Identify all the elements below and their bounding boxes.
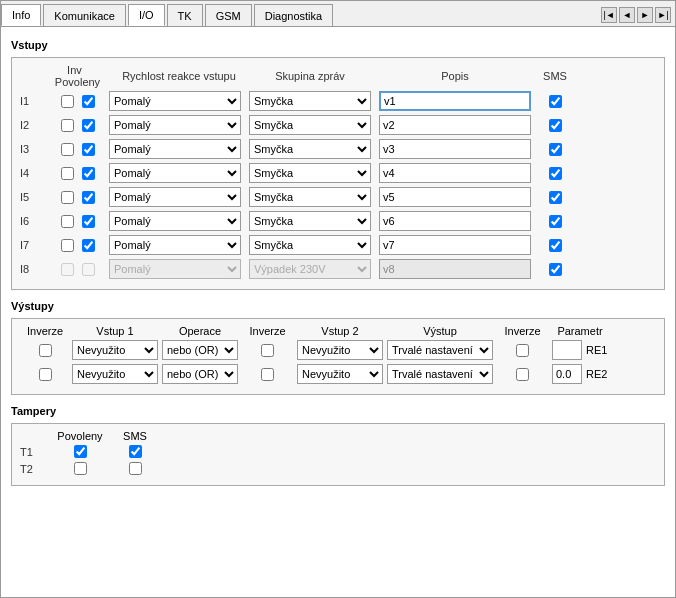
i1-enabled-checkbox[interactable] xyxy=(82,95,95,108)
re1-vstup2-select[interactable]: Nevyužito xyxy=(297,340,383,360)
i6-inv-checkbox[interactable] xyxy=(61,215,74,228)
vstupy-col-group: Skupina zpráv xyxy=(245,70,375,82)
re2-vystup-select[interactable]: Trvalé nastaveníPulz xyxy=(387,364,493,384)
i3-popis-input[interactable] xyxy=(379,139,531,159)
i2-inv-checkbox[interactable] xyxy=(61,119,74,132)
i5-enabled-checkbox[interactable] xyxy=(82,191,95,204)
re2-param-input[interactable] xyxy=(552,364,582,384)
i3-enabled-checkbox[interactable] xyxy=(82,143,95,156)
i8-enabled-checkbox[interactable] xyxy=(82,263,95,276)
tab-diagnostika[interactable]: Diagnostika xyxy=(254,4,333,26)
re1-vstup1-select[interactable]: Nevyužito xyxy=(72,340,158,360)
vystupy-header: Inverze Vstup 1 Operace Inverze Vstup 2 … xyxy=(20,325,656,337)
vstupy-row-i1: I1 PomalýRychlý SmyčkaVýpadek 230V xyxy=(20,91,656,111)
i2-sms-checkbox[interactable] xyxy=(549,119,562,132)
nav-first-button[interactable]: |◄ xyxy=(601,7,617,23)
re2-vstup1-select[interactable]: Nevyužito xyxy=(72,364,158,384)
tampery-row-t1: T1 xyxy=(20,445,656,458)
i8-inv-checkbox[interactable] xyxy=(61,263,74,276)
t1-sms-checkbox[interactable] xyxy=(129,445,142,458)
i6-popis-input[interactable] xyxy=(379,211,531,231)
vstupy-row-i5: I5 PomalýRychlý SmyčkaVýpadek 230V xyxy=(20,187,656,207)
i1-popis-input[interactable] xyxy=(379,91,531,111)
i7-enabled-checkbox[interactable] xyxy=(82,239,95,252)
i8-popis-input[interactable] xyxy=(379,259,531,279)
i1-sms-checkbox[interactable] xyxy=(549,95,562,108)
vystupy-row-re2: Nevyužito nebo (OR)a (AND) Nevyužito Trv… xyxy=(20,364,656,384)
tampery-label-t2: T2 xyxy=(20,463,50,475)
i5-speed-select[interactable]: PomalýRychlý xyxy=(109,187,241,207)
re1-inv1-checkbox[interactable] xyxy=(39,344,52,357)
i7-speed-select[interactable]: PomalýRychlý xyxy=(109,235,241,255)
i8-sms-checkbox[interactable] xyxy=(549,263,562,276)
i7-inv-checkbox[interactable] xyxy=(61,239,74,252)
vstupy-label-i3: I3 xyxy=(20,143,50,155)
tab-komunikace[interactable]: Komunikace xyxy=(43,4,126,26)
i6-sms-checkbox[interactable] xyxy=(549,215,562,228)
re1-vystup-select[interactable]: Trvalé nastaveníPulz xyxy=(387,340,493,360)
i8-group-select[interactable]: Výpadek 230V xyxy=(249,259,371,279)
i1-speed-select[interactable]: PomalýRychlý xyxy=(109,91,241,111)
re2-label: RE2 xyxy=(586,368,607,380)
i5-sms-checkbox[interactable] xyxy=(549,191,562,204)
re1-inv2-checkbox[interactable] xyxy=(261,344,274,357)
tab-info[interactable]: Info xyxy=(1,4,41,26)
i5-inv-checkbox[interactable] xyxy=(61,191,74,204)
i7-sms-checkbox[interactable] xyxy=(549,239,562,252)
i6-enabled-checkbox[interactable] xyxy=(82,215,95,228)
i7-group-select[interactable]: SmyčkaVýpadek 230V xyxy=(249,235,371,255)
vstupy-label-i5: I5 xyxy=(20,191,50,203)
re2-inv2-checkbox[interactable] xyxy=(261,368,274,381)
vystupy-section: Inverze Vstup 1 Operace Inverze Vstup 2 … xyxy=(11,318,665,395)
i3-speed-select[interactable]: PomalýRychlý xyxy=(109,139,241,159)
tab-gsm[interactable]: GSM xyxy=(205,4,252,26)
i4-enabled-checkbox[interactable] xyxy=(82,167,95,180)
i5-popis-input[interactable] xyxy=(379,187,531,207)
tampery-label-t1: T1 xyxy=(20,446,50,458)
vstupy-section-label: Vstupy xyxy=(11,39,665,51)
re2-operace-select[interactable]: nebo (OR)a (AND) xyxy=(162,364,238,384)
i2-speed-select[interactable]: PomalýRychlý xyxy=(109,115,241,135)
i3-group-select[interactable]: SmyčkaVýpadek 230V xyxy=(249,139,371,159)
re1-param-input[interactable] xyxy=(552,340,582,360)
i3-sms-checkbox[interactable] xyxy=(549,143,562,156)
vystupy-col-inverze2: Inverze xyxy=(240,325,295,337)
t1-enabled-checkbox[interactable] xyxy=(74,445,87,458)
i3-inv-checkbox[interactable] xyxy=(61,143,74,156)
i5-group-select[interactable]: SmyčkaVýpadek 230V xyxy=(249,187,371,207)
i2-group-select[interactable]: SmyčkaVýpadek 230V xyxy=(249,115,371,135)
i4-sms-checkbox[interactable] xyxy=(549,167,562,180)
i4-popis-input[interactable] xyxy=(379,163,531,183)
vstupy-row-i6: I6 PomalýRychlý SmyčkaVýpadek 230V xyxy=(20,211,656,231)
i8-speed-select[interactable]: Pomalý xyxy=(109,259,241,279)
i6-speed-select[interactable]: PomalýRychlý xyxy=(109,211,241,231)
re1-inv3-checkbox[interactable] xyxy=(516,344,529,357)
i6-group-select[interactable]: SmyčkaVýpadek 230V xyxy=(249,211,371,231)
vstupy-label-i1: I1 xyxy=(20,95,50,107)
nav-next-button[interactable]: ► xyxy=(637,7,653,23)
nav-prev-button[interactable]: ◄ xyxy=(619,7,635,23)
i2-popis-input[interactable] xyxy=(379,115,531,135)
i4-speed-select[interactable]: PomalýRychlý xyxy=(109,163,241,183)
nav-last-button[interactable]: ►| xyxy=(655,7,671,23)
vstupy-label-i7: I7 xyxy=(20,239,50,251)
vstupy-row-i2: I2 PomalýRychlý SmyčkaVýpadek 230V xyxy=(20,115,656,135)
vstupy-label-i2: I2 xyxy=(20,119,50,131)
tab-io[interactable]: I/O xyxy=(128,4,165,26)
t2-sms-checkbox[interactable] xyxy=(129,462,142,475)
i7-popis-input[interactable] xyxy=(379,235,531,255)
re2-inv3-checkbox[interactable] xyxy=(516,368,529,381)
vystupy-section-label: Výstupy xyxy=(11,300,665,312)
t2-enabled-checkbox[interactable] xyxy=(74,462,87,475)
i2-enabled-checkbox[interactable] xyxy=(82,119,95,132)
re2-vstup2-select[interactable]: Nevyužito xyxy=(297,364,383,384)
i1-group-select[interactable]: SmyčkaVýpadek 230V xyxy=(249,91,371,111)
re2-inv1-checkbox[interactable] xyxy=(39,368,52,381)
i4-group-select[interactable]: SmyčkaVýpadek 230V xyxy=(249,163,371,183)
vstupy-label-i6: I6 xyxy=(20,215,50,227)
vystupy-col-vystup: Výstup xyxy=(385,325,495,337)
i4-inv-checkbox[interactable] xyxy=(61,167,74,180)
re1-operace-select[interactable]: nebo (OR)a (AND) xyxy=(162,340,238,360)
tab-tk[interactable]: TK xyxy=(167,4,203,26)
i1-inv-checkbox[interactable] xyxy=(61,95,74,108)
